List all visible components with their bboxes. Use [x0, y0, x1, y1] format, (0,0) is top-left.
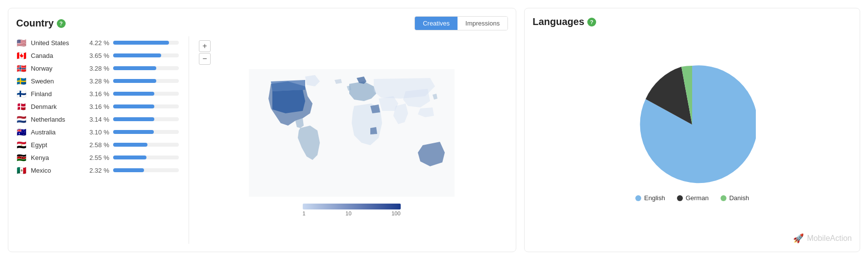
country-row: 🇰🇪Kenya2.55 %: [16, 151, 179, 164]
country-flag: 🇳🇴: [16, 64, 27, 72]
country-pct: 3.16 %: [84, 103, 109, 110]
country-name: Mexico: [31, 167, 80, 174]
country-row: 🇩🇰Denmark3.16 %: [16, 100, 179, 113]
country-flag: 🇲🇽: [16, 166, 27, 174]
zoom-out-button[interactable]: −: [199, 53, 211, 65]
view-toggle: Creatives Impressions: [414, 16, 508, 30]
brand-footer: 🚀 MobileAction: [532, 229, 852, 244]
country-row: 🇦🇺Australia3.10 %: [16, 126, 179, 138]
country-pct: 2.55 %: [84, 154, 109, 161]
bar-container: [113, 168, 179, 172]
impressions-toggle-btn[interactable]: Impressions: [458, 17, 507, 30]
bar-fill: [113, 79, 156, 83]
country-flag: 🇸🇪: [16, 77, 27, 85]
legend-english: English: [635, 194, 665, 202]
country-row: 🇺🇸United States4.22 %: [16, 36, 179, 49]
country-row: 🇳🇱Netherlands3.14 %: [16, 113, 179, 126]
bar-container: [113, 130, 179, 134]
bar-container: [113, 53, 179, 57]
country-flag: 🇦🇺: [16, 128, 27, 136]
country-name: United States: [31, 39, 80, 47]
country-row: 🇲🇽Mexico2.32 %: [16, 164, 179, 177]
country-pct: 3.28 %: [84, 65, 109, 72]
country-list: 🇺🇸United States4.22 %🇨🇦Canada3.65 %🇳🇴Nor…: [16, 36, 183, 244]
bar-container: [113, 66, 179, 70]
panel-body: 🇺🇸United States4.22 %🇨🇦Canada3.65 %🇳🇴Nor…: [16, 36, 508, 244]
bar-fill: [113, 53, 161, 57]
bar-fill: [113, 41, 169, 45]
country-title: Country ?: [16, 18, 66, 29]
country-panel-header: Country ? Creatives Impressions: [16, 16, 508, 30]
bar-fill: [113, 156, 146, 159]
country-pct: 3.10 %: [84, 129, 109, 136]
country-flag: 🇨🇦: [16, 52, 27, 59]
english-label: English: [644, 194, 665, 202]
country-pct: 3.65 %: [84, 52, 109, 59]
country-pct: 2.58 %: [84, 141, 109, 149]
country-name: Norway: [31, 65, 80, 72]
country-name: Netherlands: [31, 116, 80, 123]
map-container: + −: [195, 36, 508, 244]
country-row: 🇪🇬Egypt2.58 %: [16, 138, 179, 151]
country-row: 🇨🇦Canada3.65 %: [16, 49, 179, 62]
country-name: Kenya: [31, 154, 80, 161]
country-flag: 🇩🇰: [16, 103, 27, 110]
country-flag: 🇪🇬: [16, 141, 27, 149]
bar-container: [113, 92, 179, 96]
country-flag: 🇺🇸: [16, 39, 27, 47]
english-dot: [635, 195, 641, 201]
creatives-toggle-btn[interactable]: Creatives: [415, 17, 458, 30]
panel-divider: [189, 36, 189, 244]
languages-panel-header: Languages ?: [532, 16, 852, 27]
country-title-text: Country: [16, 18, 54, 29]
country-flag: 🇰🇪: [16, 154, 27, 161]
zoom-in-button[interactable]: +: [199, 40, 211, 52]
languages-panel: Languages ? English Ge: [524, 8, 860, 252]
danish-dot: [721, 195, 726, 201]
bar-container: [113, 117, 179, 121]
country-panel: Country ? Creatives Impressions 🇺🇸United…: [8, 8, 516, 252]
legend-german: German: [677, 194, 709, 202]
bar-fill: [113, 92, 154, 96]
legend-min: 1: [303, 210, 306, 216]
country-pct: 2.32 %: [84, 167, 109, 174]
legend-danish: Danish: [721, 194, 749, 202]
country-name: Sweden: [31, 78, 80, 85]
country-name: Egypt: [31, 141, 80, 149]
country-pct: 3.16 %: [84, 90, 109, 98]
country-row: 🇸🇪Sweden3.28 %: [16, 75, 179, 87]
bar-fill: [113, 143, 147, 147]
languages-title-text: Languages: [532, 16, 584, 27]
bar-container: [113, 104, 179, 108]
country-row: 🇳🇴Norway3.28 %: [16, 62, 179, 75]
languages-title: Languages ?: [532, 16, 596, 27]
bar-fill: [113, 104, 154, 108]
legend-max: 100: [391, 210, 400, 216]
bar-fill: [113, 117, 154, 121]
pie-chart-container: English German Danish: [532, 33, 852, 229]
bar-container: [113, 143, 179, 147]
german-dot: [677, 195, 683, 201]
country-name: Australia: [31, 129, 80, 136]
german-label: German: [686, 194, 709, 202]
country-row: 🇫🇮Finland3.16 %: [16, 87, 179, 100]
country-pct: 3.14 %: [84, 116, 109, 123]
bar-fill: [113, 66, 156, 70]
bar-fill: [113, 130, 154, 134]
brand-name: MobileAction: [807, 234, 852, 243]
bar-container: [113, 156, 179, 159]
map-controls: + −: [199, 40, 211, 65]
danish-label: Danish: [729, 194, 749, 202]
languages-help-icon[interactable]: ?: [587, 18, 596, 26]
country-help-icon[interactable]: ?: [57, 19, 66, 28]
country-flag: 🇫🇮: [16, 90, 27, 98]
legend-gradient: [303, 204, 401, 209]
brand-rocket-icon: 🚀: [793, 233, 804, 244]
legend-labels: 1 10 100: [303, 210, 401, 216]
country-pct: 3.28 %: [84, 78, 109, 85]
pie-legend: English German Danish: [635, 194, 749, 202]
country-name: Canada: [31, 52, 80, 59]
pie-chart: [628, 61, 756, 188]
bar-container: [113, 41, 179, 45]
country-flag: 🇳🇱: [16, 115, 27, 123]
